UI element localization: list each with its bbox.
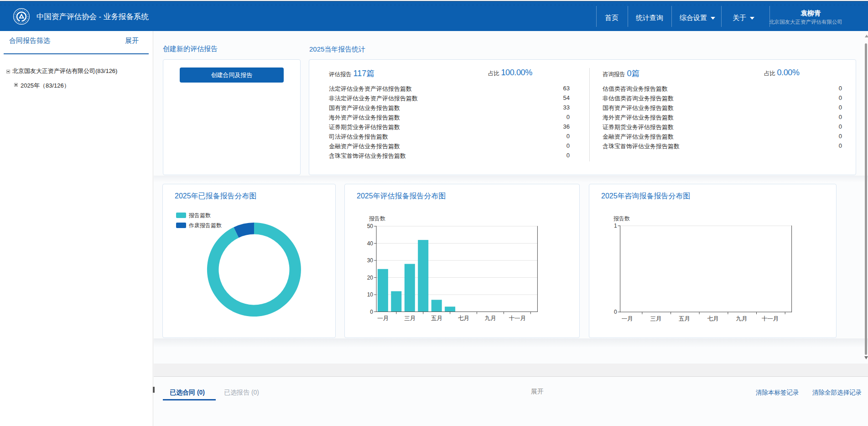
svg-text:20: 20 (367, 275, 374, 281)
svg-text:40: 40 (367, 240, 374, 247)
svg-text:30: 30 (367, 257, 374, 264)
svg-text:报告数: 报告数 (369, 215, 385, 222)
svg-text:10: 10 (367, 291, 374, 298)
svg-text:1: 1 (614, 223, 617, 229)
svg-text:十一月: 十一月 (762, 316, 779, 322)
svg-text:七月: 七月 (707, 316, 719, 322)
svg-text:报告数: 报告数 (613, 215, 630, 222)
svg-text:0: 0 (614, 309, 617, 315)
svg-text:50: 50 (367, 223, 374, 229)
svg-text:十一月: 十一月 (509, 315, 526, 322)
svg-text:三月: 三月 (404, 315, 416, 322)
svg-text:九月: 九月 (485, 315, 496, 322)
svg-text:一月: 一月 (622, 316, 633, 322)
svg-text:三月: 三月 (650, 316, 662, 322)
svg-text:七月: 七月 (458, 315, 469, 322)
svg-text:作废报告篇数: 作废报告篇数 (188, 222, 222, 229)
svg-text:2025年咨询报备报告分布图: 2025年咨询报备报告分布图 (601, 192, 691, 200)
svg-text:2025年已报备报告分布图: 2025年已报备报告分布图 (175, 192, 257, 200)
svg-text:2025年评估报备报告分布图: 2025年评估报备报告分布图 (357, 192, 446, 200)
svg-text:五月: 五月 (679, 316, 690, 322)
svg-text:九月: 九月 (736, 316, 747, 322)
svg-text:五月: 五月 (431, 315, 442, 322)
svg-text:0: 0 (370, 309, 373, 315)
svg-text:一月: 一月 (377, 315, 389, 322)
svg-text:报告篇数: 报告篇数 (188, 212, 211, 218)
